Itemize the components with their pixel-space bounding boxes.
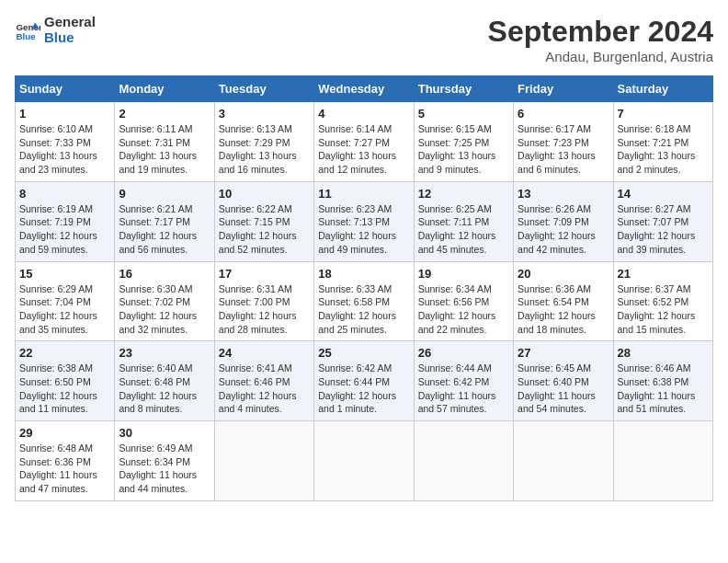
day-sunset: Sunset: 7:33 PM <box>19 137 91 148</box>
table-cell <box>214 421 313 501</box>
day-number: 4 <box>318 107 409 121</box>
header-thursday: Thursday <box>414 76 513 102</box>
table-cell <box>514 421 613 501</box>
day-daylight: Daylight: 11 hours and 57 minutes. <box>418 390 496 415</box>
day-number: 25 <box>318 346 409 360</box>
day-number: 3 <box>219 107 310 121</box>
day-sunset: Sunset: 6:46 PM <box>219 376 290 387</box>
day-sunset: Sunset: 7:23 PM <box>518 137 589 148</box>
header-tuesday: Tuesday <box>214 76 313 102</box>
day-daylight: Daylight: 12 hours and 28 minutes. <box>219 310 297 335</box>
header-friday: Friday <box>514 76 613 102</box>
day-number: 16 <box>119 267 210 281</box>
day-sunset: Sunset: 6:48 PM <box>119 376 190 387</box>
day-number: 28 <box>618 346 709 360</box>
day-sunrise: Sunrise: 6:14 AM <box>318 123 392 134</box>
day-sunset: Sunset: 7:11 PM <box>418 216 490 227</box>
calendar-row-3: 15 Sunrise: 6:29 AM Sunset: 7:04 PM Dayl… <box>16 261 713 341</box>
day-number: 10 <box>219 187 310 201</box>
day-sunset: Sunset: 7:27 PM <box>318 137 390 148</box>
table-cell: 18 Sunrise: 6:33 AM Sunset: 6:58 PM Dayl… <box>314 261 414 341</box>
day-daylight: Daylight: 12 hours and 1 minute. <box>318 390 396 415</box>
day-number: 26 <box>418 346 509 360</box>
day-sunrise: Sunrise: 6:48 AM <box>19 442 93 454</box>
day-daylight: Daylight: 13 hours and 9 minutes. <box>418 150 496 175</box>
table-cell: 28 Sunrise: 6:46 AM Sunset: 6:38 PM Dayl… <box>613 341 712 421</box>
table-cell: 21 Sunrise: 6:37 AM Sunset: 6:52 PM Dayl… <box>613 261 712 341</box>
day-daylight: Daylight: 13 hours and 19 minutes. <box>119 150 197 175</box>
table-cell: 16 Sunrise: 6:30 AM Sunset: 7:02 PM Dayl… <box>115 261 214 341</box>
day-sunrise: Sunrise: 6:15 AM <box>418 123 492 134</box>
day-sunrise: Sunrise: 6:31 AM <box>219 283 292 294</box>
day-sunset: Sunset: 7:25 PM <box>418 137 490 148</box>
day-sunrise: Sunrise: 6:13 AM <box>219 123 292 134</box>
day-daylight: Daylight: 11 hours and 51 minutes. <box>618 390 696 415</box>
day-sunrise: Sunrise: 6:25 AM <box>418 203 492 214</box>
table-cell: 6 Sunrise: 6:17 AM Sunset: 7:23 PM Dayli… <box>514 102 613 182</box>
day-daylight: Daylight: 12 hours and 22 minutes. <box>418 310 496 335</box>
page-header: General Blue General Blue September 2024… <box>15 15 713 64</box>
table-cell: 22 Sunrise: 6:38 AM Sunset: 6:50 PM Dayl… <box>16 341 115 421</box>
day-sunrise: Sunrise: 6:26 AM <box>518 203 591 214</box>
day-number: 20 <box>518 267 609 281</box>
day-number: 18 <box>318 267 409 281</box>
day-sunrise: Sunrise: 6:45 AM <box>518 362 591 373</box>
day-number: 19 <box>418 267 509 281</box>
calendar-title: September 2024 <box>488 15 713 49</box>
table-cell: 2 Sunrise: 6:11 AM Sunset: 7:31 PM Dayli… <box>115 102 214 182</box>
day-daylight: Daylight: 12 hours and 45 minutes. <box>418 230 496 255</box>
table-cell: 24 Sunrise: 6:41 AM Sunset: 6:46 PM Dayl… <box>214 341 313 421</box>
table-cell: 7 Sunrise: 6:18 AM Sunset: 7:21 PM Dayli… <box>613 102 712 182</box>
day-daylight: Daylight: 13 hours and 23 minutes. <box>19 150 97 175</box>
day-sunrise: Sunrise: 6:23 AM <box>318 203 392 214</box>
day-sunrise: Sunrise: 6:27 AM <box>618 203 691 214</box>
table-cell: 25 Sunrise: 6:42 AM Sunset: 6:44 PM Dayl… <box>314 341 414 421</box>
day-daylight: Daylight: 12 hours and 18 minutes. <box>518 310 596 335</box>
day-sunrise: Sunrise: 6:46 AM <box>618 362 691 373</box>
day-sunrise: Sunrise: 6:42 AM <box>318 362 392 373</box>
table-cell: 5 Sunrise: 6:15 AM Sunset: 7:25 PM Dayli… <box>414 102 513 182</box>
day-sunrise: Sunrise: 6:29 AM <box>19 283 93 294</box>
table-cell <box>314 421 414 501</box>
day-sunset: Sunset: 7:04 PM <box>19 296 91 307</box>
day-number: 5 <box>418 107 509 121</box>
day-number: 24 <box>219 346 310 360</box>
calendar-table: Sunday Monday Tuesday Wednesday Thursday… <box>15 75 713 501</box>
day-sunrise: Sunrise: 6:40 AM <box>119 362 192 373</box>
day-daylight: Daylight: 13 hours and 12 minutes. <box>318 150 396 175</box>
day-daylight: Daylight: 13 hours and 2 minutes. <box>618 150 696 175</box>
day-number: 30 <box>119 426 210 440</box>
day-daylight: Daylight: 12 hours and 42 minutes. <box>518 230 596 255</box>
table-cell: 20 Sunrise: 6:36 AM Sunset: 6:54 PM Dayl… <box>514 261 613 341</box>
day-number: 13 <box>518 187 609 201</box>
day-sunrise: Sunrise: 6:49 AM <box>119 442 192 454</box>
calendar-row-5: 29 Sunrise: 6:48 AM Sunset: 6:36 PM Dayl… <box>16 421 713 501</box>
day-sunset: Sunset: 6:54 PM <box>518 296 589 307</box>
day-sunset: Sunset: 7:02 PM <box>119 296 190 307</box>
day-daylight: Daylight: 12 hours and 56 minutes. <box>119 230 197 255</box>
day-sunset: Sunset: 7:00 PM <box>219 296 290 307</box>
table-cell: 17 Sunrise: 6:31 AM Sunset: 7:00 PM Dayl… <box>214 261 313 341</box>
table-cell: 4 Sunrise: 6:14 AM Sunset: 7:27 PM Dayli… <box>314 102 414 182</box>
calendar-row-1: 1 Sunrise: 6:10 AM Sunset: 7:33 PM Dayli… <box>16 102 713 182</box>
table-cell: 9 Sunrise: 6:21 AM Sunset: 7:17 PM Dayli… <box>115 181 214 261</box>
logo-text-general: General <box>44 15 96 30</box>
day-number: 1 <box>19 107 110 121</box>
table-cell: 26 Sunrise: 6:44 AM Sunset: 6:42 PM Dayl… <box>414 341 513 421</box>
day-sunset: Sunset: 6:58 PM <box>318 296 390 307</box>
day-sunrise: Sunrise: 6:17 AM <box>518 123 591 134</box>
table-cell: 23 Sunrise: 6:40 AM Sunset: 6:48 PM Dayl… <box>115 341 214 421</box>
title-area: September 2024 Andau, Burgenland, Austri… <box>488 15 713 64</box>
day-daylight: Daylight: 11 hours and 47 minutes. <box>19 469 97 494</box>
day-sunset: Sunset: 7:09 PM <box>518 216 589 227</box>
table-cell: 13 Sunrise: 6:26 AM Sunset: 7:09 PM Dayl… <box>514 181 613 261</box>
day-sunrise: Sunrise: 6:34 AM <box>418 283 492 294</box>
logo-icon: General Blue <box>15 17 40 43</box>
day-sunrise: Sunrise: 6:33 AM <box>318 283 392 294</box>
header-sunday: Sunday <box>16 76 115 102</box>
day-sunrise: Sunrise: 6:19 AM <box>19 203 93 214</box>
day-sunset: Sunset: 6:44 PM <box>318 376 390 387</box>
day-sunset: Sunset: 7:07 PM <box>618 216 689 227</box>
day-number: 12 <box>418 187 509 201</box>
day-sunset: Sunset: 6:56 PM <box>418 296 490 307</box>
